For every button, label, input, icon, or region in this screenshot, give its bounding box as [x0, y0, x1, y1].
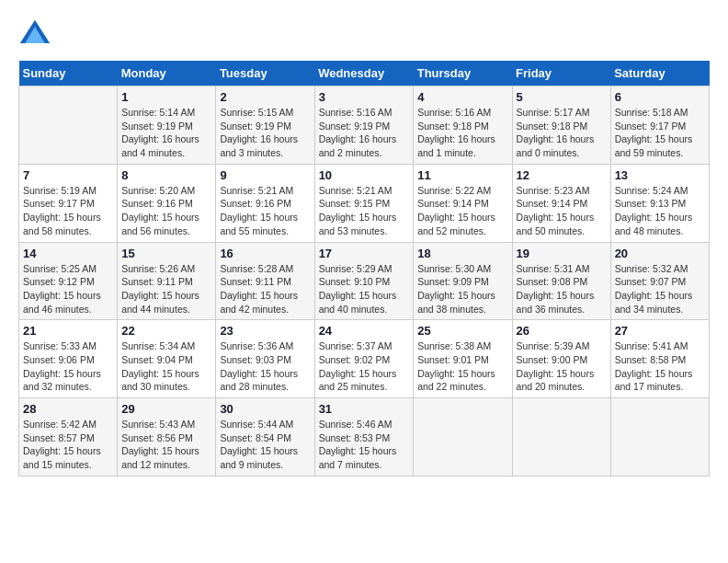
calendar-week-row: 28Sunrise: 5:42 AM Sunset: 8:57 PM Dayli… [19, 398, 710, 477]
day-number: 3 [319, 90, 410, 104]
day-info: Sunrise: 5:33 AM Sunset: 9:06 PM Dayligh… [23, 339, 113, 394]
calendar-cell: 19Sunrise: 5:31 AM Sunset: 9:08 PM Dayli… [512, 242, 610, 320]
day-number: 6 [615, 90, 705, 104]
day-info: Sunrise: 5:16 AM Sunset: 9:18 PM Dayligh… [417, 106, 507, 160]
day-number: 30 [220, 402, 310, 416]
calendar-cell: 3Sunrise: 5:16 AM Sunset: 9:19 PM Daylig… [314, 86, 414, 165]
day-number: 1 [121, 90, 211, 104]
calendar-cell: 11Sunrise: 5:22 AM Sunset: 9:14 PM Dayli… [414, 164, 512, 242]
calendar-cell: 22Sunrise: 5:34 AM Sunset: 9:04 PM Dayli… [118, 320, 216, 398]
calendar-cell: 6Sunrise: 5:18 AM Sunset: 9:17 PM Daylig… [610, 86, 709, 165]
calendar-cell [414, 398, 512, 477]
weekday-header: Thursday [414, 61, 512, 86]
day-info: Sunrise: 5:38 AM Sunset: 9:01 PM Dayligh… [417, 339, 507, 394]
day-number: 28 [23, 402, 113, 416]
calendar-cell: 29Sunrise: 5:43 AM Sunset: 8:56 PM Dayli… [118, 398, 216, 477]
calendar-cell: 2Sunrise: 5:15 AM Sunset: 9:19 PM Daylig… [216, 86, 314, 165]
calendar-cell: 18Sunrise: 5:30 AM Sunset: 9:09 PM Dayli… [414, 242, 512, 320]
day-number: 17 [319, 247, 410, 260]
calendar-header: SundayMondayTuesdayWednesdayThursdayFrid… [19, 61, 710, 86]
day-number: 11 [417, 168, 507, 182]
day-info: Sunrise: 5:23 AM Sunset: 9:14 PM Dayligh… [517, 184, 607, 238]
day-info: Sunrise: 5:24 AM Sunset: 9:13 PM Dayligh… [615, 184, 705, 238]
day-number: 2 [220, 90, 310, 104]
calendar-cell: 8Sunrise: 5:20 AM Sunset: 9:16 PM Daylig… [118, 164, 216, 242]
calendar-cell: 10Sunrise: 5:21 AM Sunset: 9:15 PM Dayli… [314, 164, 414, 242]
calendar-cell: 23Sunrise: 5:36 AM Sunset: 9:03 PM Dayli… [216, 320, 314, 398]
day-info: Sunrise: 5:31 AM Sunset: 9:08 PM Dayligh… [517, 262, 607, 316]
day-info: Sunrise: 5:44 AM Sunset: 8:54 PM Dayligh… [220, 418, 310, 472]
day-info: Sunrise: 5:37 AM Sunset: 9:02 PM Dayligh… [319, 339, 410, 394]
calendar-week-row: 7Sunrise: 5:19 AM Sunset: 9:17 PM Daylig… [19, 164, 710, 242]
day-info: Sunrise: 5:36 AM Sunset: 9:03 PM Dayligh… [220, 339, 310, 394]
weekday-header: Saturday [610, 61, 709, 86]
day-info: Sunrise: 5:21 AM Sunset: 9:16 PM Dayligh… [220, 184, 310, 238]
calendar-cell: 20Sunrise: 5:32 AM Sunset: 9:07 PM Dayli… [610, 242, 709, 320]
calendar-cell: 5Sunrise: 5:17 AM Sunset: 9:18 PM Daylig… [512, 86, 610, 165]
day-info: Sunrise: 5:41 AM Sunset: 8:58 PM Dayligh… [615, 339, 705, 394]
weekday-header: Friday [512, 61, 610, 86]
calendar-cell: 26Sunrise: 5:39 AM Sunset: 9:00 PM Dayli… [512, 320, 610, 398]
day-number: 20 [615, 247, 705, 260]
day-info: Sunrise: 5:42 AM Sunset: 8:57 PM Dayligh… [23, 418, 113, 472]
day-number: 25 [417, 324, 507, 338]
day-info: Sunrise: 5:14 AM Sunset: 9:19 PM Dayligh… [121, 106, 211, 160]
day-info: Sunrise: 5:22 AM Sunset: 9:14 PM Dayligh… [417, 184, 507, 238]
calendar-cell: 30Sunrise: 5:44 AM Sunset: 8:54 PM Dayli… [216, 398, 314, 477]
calendar-cell [19, 86, 118, 165]
day-info: Sunrise: 5:32 AM Sunset: 9:07 PM Dayligh… [615, 262, 705, 316]
calendar-cell: 16Sunrise: 5:28 AM Sunset: 9:11 PM Dayli… [216, 242, 314, 320]
weekday-header: Tuesday [216, 61, 314, 86]
day-number: 27 [615, 324, 705, 338]
day-number: 5 [517, 90, 607, 104]
day-info: Sunrise: 5:39 AM Sunset: 9:00 PM Dayligh… [517, 339, 607, 394]
day-number: 14 [23, 247, 113, 260]
day-info: Sunrise: 5:25 AM Sunset: 9:12 PM Dayligh… [23, 262, 113, 316]
calendar-cell: 14Sunrise: 5:25 AM Sunset: 9:12 PM Dayli… [19, 242, 118, 320]
day-number: 23 [220, 324, 310, 338]
logo [18, 18, 57, 52]
day-number: 22 [121, 324, 211, 338]
calendar-cell: 15Sunrise: 5:26 AM Sunset: 9:11 PM Dayli… [118, 242, 216, 320]
calendar-cell: 12Sunrise: 5:23 AM Sunset: 9:14 PM Dayli… [512, 164, 610, 242]
day-info: Sunrise: 5:17 AM Sunset: 9:18 PM Dayligh… [517, 106, 607, 160]
day-info: Sunrise: 5:43 AM Sunset: 8:56 PM Dayligh… [121, 418, 211, 472]
day-number: 16 [220, 247, 310, 260]
day-number: 19 [517, 247, 607, 260]
calendar-cell [512, 398, 610, 477]
calendar-cell: 28Sunrise: 5:42 AM Sunset: 8:57 PM Dayli… [19, 398, 118, 477]
calendar-body: 1Sunrise: 5:14 AM Sunset: 9:19 PM Daylig… [19, 86, 710, 477]
calendar-cell: 9Sunrise: 5:21 AM Sunset: 9:16 PM Daylig… [216, 164, 314, 242]
day-info: Sunrise: 5:21 AM Sunset: 9:15 PM Dayligh… [319, 184, 410, 238]
day-number: 26 [517, 324, 607, 338]
day-info: Sunrise: 5:29 AM Sunset: 9:10 PM Dayligh… [319, 262, 410, 316]
day-info: Sunrise: 5:16 AM Sunset: 9:19 PM Dayligh… [319, 106, 410, 160]
calendar-cell: 7Sunrise: 5:19 AM Sunset: 9:17 PM Daylig… [19, 164, 118, 242]
calendar-cell: 17Sunrise: 5:29 AM Sunset: 9:10 PM Dayli… [314, 242, 414, 320]
day-number: 7 [23, 168, 113, 182]
day-number: 13 [615, 168, 705, 182]
day-number: 18 [417, 247, 507, 260]
day-number: 8 [121, 168, 211, 182]
weekday-header: Wednesday [314, 61, 414, 86]
calendar-cell: 25Sunrise: 5:38 AM Sunset: 9:01 PM Dayli… [414, 320, 512, 398]
calendar-week-row: 21Sunrise: 5:33 AM Sunset: 9:06 PM Dayli… [19, 320, 710, 398]
calendar-cell: 31Sunrise: 5:46 AM Sunset: 8:53 PM Dayli… [314, 398, 414, 477]
day-number: 24 [319, 324, 410, 338]
day-info: Sunrise: 5:20 AM Sunset: 9:16 PM Dayligh… [121, 184, 211, 238]
calendar-cell: 21Sunrise: 5:33 AM Sunset: 9:06 PM Dayli… [19, 320, 118, 398]
calendar-cell: 1Sunrise: 5:14 AM Sunset: 9:19 PM Daylig… [118, 86, 216, 165]
day-number: 9 [220, 168, 310, 182]
calendar-week-row: 1Sunrise: 5:14 AM Sunset: 9:19 PM Daylig… [19, 86, 710, 165]
calendar-cell [610, 398, 709, 477]
calendar-table: SundayMondayTuesdayWednesdayThursdayFrid… [18, 61, 710, 477]
day-number: 15 [121, 247, 211, 260]
logo-icon [18, 18, 51, 52]
day-info: Sunrise: 5:26 AM Sunset: 9:11 PM Dayligh… [121, 262, 211, 316]
weekday-row: SundayMondayTuesdayWednesdayThursdayFrid… [19, 61, 710, 86]
day-info: Sunrise: 5:28 AM Sunset: 9:11 PM Dayligh… [220, 262, 310, 316]
day-info: Sunrise: 5:46 AM Sunset: 8:53 PM Dayligh… [319, 418, 410, 472]
day-number: 21 [23, 324, 113, 338]
day-info: Sunrise: 5:30 AM Sunset: 9:09 PM Dayligh… [417, 262, 507, 316]
calendar-cell: 27Sunrise: 5:41 AM Sunset: 8:58 PM Dayli… [610, 320, 709, 398]
